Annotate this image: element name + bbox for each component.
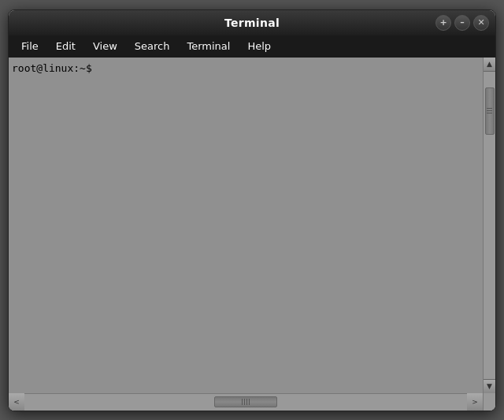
terminal-body[interactable]: root@linux:~$ — [9, 58, 483, 393]
vertical-scrollbar: ▲ ▼ — [483, 58, 495, 393]
add-button[interactable]: + — [435, 15, 451, 31]
scroll-thumb-horizontal[interactable] — [214, 396, 277, 407]
menu-edit[interactable]: Edit — [48, 38, 83, 54]
scroll-thumb-vertical[interactable] — [485, 87, 495, 135]
scroll-down-arrow[interactable]: ▼ — [484, 379, 496, 393]
thumb-line-2 — [487, 110, 492, 111]
window-controls: + – ✕ — [435, 15, 489, 31]
titlebar: Terminal + – ✕ — [9, 10, 495, 35]
window-title: Terminal — [224, 17, 280, 29]
scroll-left-arrow[interactable]: < — [9, 393, 24, 411]
content-area: root@linux:~$ ▲ ▼ — [9, 58, 495, 393]
horizontal-scrollbar: < > — [9, 393, 495, 411]
menu-view[interactable]: View — [85, 38, 125, 54]
terminal-window: Terminal + – ✕ File Edit View Search Ter… — [8, 9, 496, 411]
minimize-button[interactable]: – — [454, 15, 470, 31]
thumb-line-3 — [487, 113, 492, 113]
scroll-track-vertical[interactable] — [484, 72, 495, 379]
menubar: File Edit View Search Terminal Help — [9, 35, 495, 58]
thumb-line-1 — [487, 108, 492, 109]
scroll-track-horizontal[interactable] — [24, 394, 467, 411]
menu-help[interactable]: Help — [239, 38, 279, 54]
menu-file[interactable]: File — [13, 38, 46, 54]
terminal-prompt: root@linux:~$ — [12, 62, 92, 74]
thumb-line-h-2 — [244, 399, 245, 405]
menu-terminal[interactable]: Terminal — [179, 38, 238, 54]
thumb-line-h-3 — [246, 399, 247, 405]
menu-search[interactable]: Search — [127, 38, 178, 54]
thumb-line-h-4 — [249, 399, 250, 405]
thumb-line-h-1 — [242, 399, 243, 405]
close-button[interactable]: ✕ — [473, 15, 489, 31]
scroll-right-arrow[interactable]: > — [467, 393, 483, 411]
scrollbar-corner — [483, 393, 495, 411]
scroll-up-arrow[interactable]: ▲ — [484, 58, 496, 72]
